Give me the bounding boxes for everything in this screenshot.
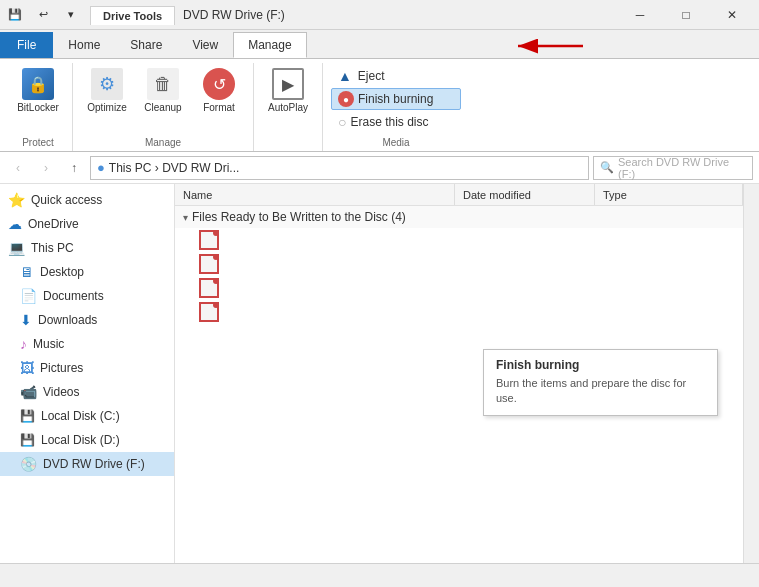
chevron-down-icon: ▾ <box>183 212 188 223</box>
files-ready-label: Files Ready to Be Written to the Disc (4… <box>192 210 406 224</box>
forward-button[interactable]: › <box>34 156 58 180</box>
title-bar: 💾 ↩ ▾ Drive Tools DVD RW Drive (F:) ─ □ … <box>0 0 759 30</box>
tab-home[interactable]: Home <box>53 32 115 58</box>
sidebar-label-videos: Videos <box>43 385 79 399</box>
window-controls: ─ □ ✕ <box>617 0 755 30</box>
sidebar-label-downloads: Downloads <box>38 313 97 327</box>
local-c-icon: 💾 <box>20 409 35 423</box>
file-thumb-3 <box>199 278 219 298</box>
ribbon-content: 🔒 BitLocker Protect ⚙ Optimize 🗑 Cleanup… <box>0 58 759 151</box>
format-icon: ↺ <box>203 68 235 100</box>
sidebar-item-desktop[interactable]: 🖥 Desktop <box>0 260 174 284</box>
erase-icon: ○ <box>338 114 346 130</box>
files-ready-section: ▾ Files Ready to Be Written to the Disc … <box>175 206 743 228</box>
main-layout: ⭐ Quick access ☁ OneDrive 💻 This PC 🖥 De… <box>0 184 759 587</box>
manage-buttons: ⚙ Optimize 🗑 Cleanup ↺ Format <box>81 63 245 135</box>
sidebar-item-local-c[interactable]: 💾 Local Disk (C:) <box>0 404 174 428</box>
maximize-button[interactable]: □ <box>663 0 709 30</box>
sidebar-item-videos[interactable]: 📹 Videos <box>0 380 174 404</box>
media-col: ▲ Eject ● Finish burning ○ Erase this di… <box>331 63 461 133</box>
ribbon-group-protect: 🔒 BitLocker Protect <box>4 63 73 151</box>
sidebar-item-onedrive[interactable]: ☁ OneDrive <box>0 212 174 236</box>
tab-file[interactable]: File <box>0 32 53 58</box>
file-item-4[interactable] <box>175 300 743 324</box>
file-list-header: Name Date modified Type <box>175 184 743 206</box>
sidebar-label-dvd: DVD RW Drive (F:) <box>43 457 145 471</box>
finish-burning-button[interactable]: ● Finish burning <box>331 88 461 110</box>
sidebar-label-local-c: Local Disk (C:) <box>41 409 120 423</box>
sidebar: ⭐ Quick access ☁ OneDrive 💻 This PC 🖥 De… <box>0 184 175 587</box>
optimize-button[interactable]: ⚙ Optimize <box>81 63 133 123</box>
search-bar[interactable]: 🔍 Search DVD RW Drive (F:) <box>593 156 753 180</box>
finish-burning-tooltip: Finish burning Burn the items and prepar… <box>483 349 718 416</box>
status-bar <box>0 563 759 587</box>
col-header-type[interactable]: Type <box>595 184 743 205</box>
file-item-3[interactable] <box>175 276 743 300</box>
ribbon-group-autoplay: ▶ AutoPlay <box>254 63 323 151</box>
media-group-label: Media <box>331 135 461 151</box>
ribbon-tabs: File Home Share View Manage <box>0 30 759 58</box>
qat-area: 💾 ↩ ▾ <box>4 4 82 26</box>
burn-icon: ● <box>338 91 354 107</box>
downloads-icon: ⬇ <box>20 312 32 328</box>
format-button[interactable]: ↺ Format <box>193 63 245 123</box>
autoplay-buttons: ▶ AutoPlay <box>262 63 314 135</box>
file-list: Name Date modified Type ▾ Files Ready to… <box>175 184 743 587</box>
sidebar-item-pictures[interactable]: 🖼 Pictures <box>0 356 174 380</box>
navigation-bar: ‹ › ↑ ● This PC › DVD RW Dri... 🔍 Search… <box>0 152 759 184</box>
qat-undo[interactable]: ↩ <box>32 4 54 26</box>
tooltip-title: Finish burning <box>496 358 705 372</box>
sidebar-item-this-pc[interactable]: 💻 This PC <box>0 236 174 260</box>
ribbon-group-manage: ⚙ Optimize 🗑 Cleanup ↺ Format Manage <box>73 63 254 151</box>
tab-share[interactable]: Share <box>115 32 177 58</box>
sidebar-label-desktop: Desktop <box>40 265 84 279</box>
col-header-name[interactable]: Name <box>175 184 455 205</box>
autoplay-icon: ▶ <box>272 68 304 100</box>
sidebar-item-dvd[interactable]: 💿 DVD RW Drive (F:) <box>0 452 174 476</box>
sidebar-item-quick-access[interactable]: ⭐ Quick access <box>0 188 174 212</box>
sidebar-label-quick-access: Quick access <box>31 193 102 207</box>
tab-manage[interactable]: Manage <box>233 32 306 58</box>
qat-dropdown[interactable]: ▾ <box>60 4 82 26</box>
quick-access-icon: ⭐ <box>8 192 25 208</box>
eject-button[interactable]: ▲ Eject <box>331 65 461 87</box>
bitlocker-button[interactable]: 🔒 BitLocker <box>12 63 64 123</box>
protect-group-label: Protect <box>12 135 64 151</box>
autoplay-group-label <box>262 135 314 151</box>
file-thumb-2 <box>199 254 219 274</box>
sidebar-label-this-pc: This PC <box>31 241 74 255</box>
onedrive-icon: ☁ <box>8 216 22 232</box>
this-pc-icon: 💻 <box>8 240 25 256</box>
cleanup-button[interactable]: 🗑 Cleanup <box>137 63 189 123</box>
address-text: This PC › DVD RW Dri... <box>109 161 239 175</box>
cleanup-icon: 🗑 <box>147 68 179 100</box>
file-thumb-4 <box>199 302 219 322</box>
sidebar-item-documents[interactable]: 📄 Documents <box>0 284 174 308</box>
drive-tools-contextual-tab: Drive Tools <box>90 6 175 25</box>
qat-save[interactable]: 💾 <box>4 4 26 26</box>
up-button[interactable]: ↑ <box>62 156 86 180</box>
sidebar-label-local-d: Local Disk (D:) <box>41 433 120 447</box>
sidebar-item-music[interactable]: ♪ Music <box>0 332 174 356</box>
sidebar-item-local-d[interactable]: 💾 Local Disk (D:) <box>0 428 174 452</box>
minimize-button[interactable]: ─ <box>617 0 663 30</box>
videos-icon: 📹 <box>20 384 37 400</box>
address-bar[interactable]: ● This PC › DVD RW Dri... <box>90 156 589 180</box>
file-thumb-1 <box>199 230 219 250</box>
music-icon: ♪ <box>20 336 27 352</box>
sidebar-item-downloads[interactable]: ⬇ Downloads <box>0 308 174 332</box>
search-icon: 🔍 <box>600 161 614 174</box>
optimize-icon: ⚙ <box>91 68 123 100</box>
scrollbar-track[interactable] <box>743 184 759 587</box>
file-item-1[interactable] <box>175 228 743 252</box>
window-title: DVD RW Drive (F:) <box>183 8 285 22</box>
globe-icon: ● <box>97 160 105 175</box>
close-button[interactable]: ✕ <box>709 0 755 30</box>
protect-buttons: 🔒 BitLocker <box>12 63 64 135</box>
autoplay-button[interactable]: ▶ AutoPlay <box>262 63 314 123</box>
erase-disc-button[interactable]: ○ Erase this disc <box>331 111 461 133</box>
col-header-date[interactable]: Date modified <box>455 184 595 205</box>
file-item-2[interactable] <box>175 252 743 276</box>
tab-view[interactable]: View <box>177 32 233 58</box>
back-button[interactable]: ‹ <box>6 156 30 180</box>
